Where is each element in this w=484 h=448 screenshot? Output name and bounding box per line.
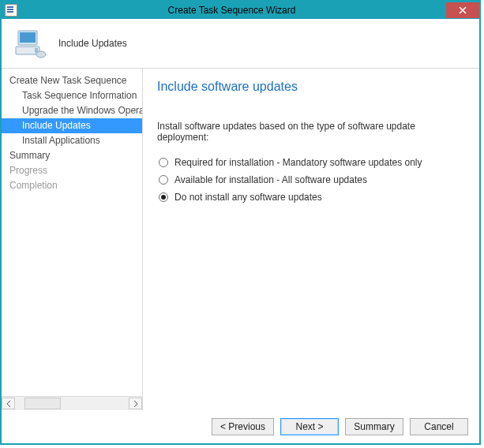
wizard-body: Create New Task Sequence Task Sequence I…	[2, 69, 479, 410]
wizard-window: Create Task Sequence Wizard Include Upda…	[0, 0, 481, 445]
button-label: Summary	[354, 421, 394, 432]
window-title: Create Task Sequence Wizard	[17, 5, 446, 16]
page-description: Install software updates based on the ty…	[157, 121, 465, 143]
computer-icon	[13, 26, 47, 61]
header-step-name: Include Updates	[58, 38, 127, 49]
scroll-left-button[interactable]	[2, 398, 15, 409]
option-label: Available for installation - All softwar…	[174, 174, 367, 185]
nav-label: Summary	[9, 150, 50, 161]
chevron-right-icon	[133, 401, 138, 407]
nav-label: Task Sequence Information	[22, 90, 137, 101]
wizard-footer: < Previous Next > Summary Cancel	[2, 410, 479, 443]
titlebar: Create Task Sequence Wizard	[2, 2, 479, 19]
scroll-track[interactable]	[15, 398, 129, 409]
nav-create-new-task-sequence[interactable]: Create New Task Sequence	[2, 73, 142, 88]
nav-summary[interactable]: Summary	[2, 148, 142, 163]
chevron-left-icon	[6, 401, 11, 407]
wizard-header: Include Updates	[2, 19, 479, 69]
sidebar-horizontal-scrollbar[interactable]	[2, 396, 142, 410]
nav-label: Include Updates	[22, 120, 91, 131]
svg-point-6	[36, 51, 46, 58]
cancel-button[interactable]: Cancel	[410, 418, 468, 435]
button-label: Next >	[295, 421, 323, 432]
nav-completion: Completion	[2, 178, 142, 193]
close-button[interactable]	[446, 2, 479, 18]
button-label: Cancel	[424, 421, 453, 432]
nav-tree: Create New Task Sequence Task Sequence I…	[2, 69, 142, 396]
option-label: Do not install any software updates	[174, 192, 322, 203]
option-required-for-installation[interactable]: Required for installation - Mandatory so…	[157, 154, 465, 171]
app-icon	[5, 4, 17, 17]
radio-icon	[159, 192, 168, 202]
content-pane: Include software updates Install softwar…	[143, 69, 479, 410]
page-title: Include software updates	[157, 80, 465, 94]
previous-button[interactable]: < Previous	[212, 418, 274, 435]
radio-icon	[159, 175, 168, 185]
next-button[interactable]: Next >	[280, 418, 339, 435]
option-do-not-install-updates[interactable]: Do not install any software updates	[157, 189, 465, 206]
nav-task-sequence-information[interactable]: Task Sequence Information	[2, 88, 142, 103]
nav-upgrade-windows-os[interactable]: Upgrade the Windows Operating System	[2, 103, 142, 118]
option-label: Required for installation - Mandatory so…	[174, 157, 422, 168]
svg-rect-3	[20, 32, 36, 43]
scroll-thumb[interactable]	[24, 398, 61, 409]
sidebar: Create New Task Sequence Task Sequence I…	[2, 69, 143, 410]
nav-label: Completion	[9, 180, 58, 191]
nav-label: Upgrade the Windows Operating System	[22, 105, 142, 116]
summary-button[interactable]: Summary	[345, 418, 403, 435]
nav-install-applications[interactable]: Install Applications	[2, 133, 142, 148]
close-icon	[459, 6, 467, 14]
nav-progress: Progress	[2, 163, 142, 178]
scroll-right-button[interactable]	[129, 398, 142, 409]
radio-icon	[159, 158, 168, 167]
option-available-for-installation[interactable]: Available for installation - All softwar…	[157, 171, 465, 189]
button-label: < Previous	[220, 421, 265, 432]
nav-include-updates[interactable]: Include Updates	[2, 118, 142, 133]
nav-label: Install Applications	[22, 135, 100, 146]
nav-label: Progress	[9, 165, 47, 176]
nav-label: Create New Task Sequence	[9, 75, 127, 86]
